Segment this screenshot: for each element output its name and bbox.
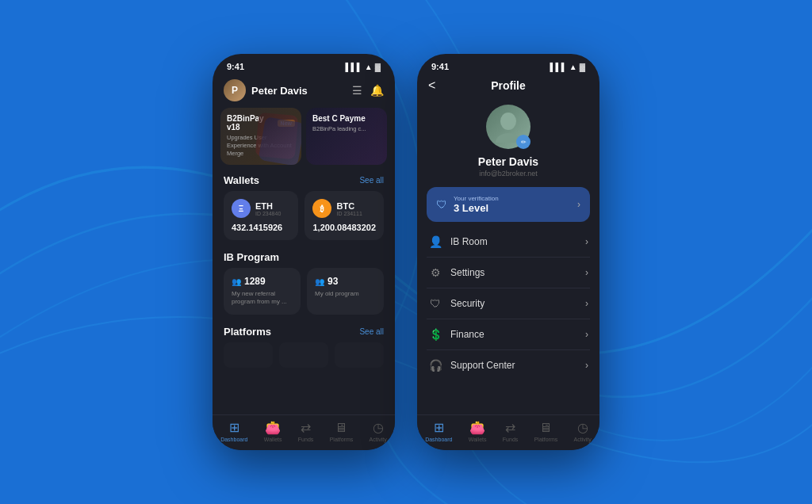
menu-item-security[interactable]: 🛡 Security › [427, 288, 590, 319]
nav-wallets-2[interactable]: 👛 Wallets [469, 420, 487, 442]
profile-section: ✏ Peter Davis info@b2broker.net [417, 98, 599, 187]
dashboard-header: P Peter Davis ☰ 🔔 [213, 74, 395, 108]
settings-icon: ⚙ [428, 266, 442, 279]
shield-verification-icon: 🛡 [436, 198, 447, 211]
banner-title-2: Best C Payme [312, 114, 381, 123]
nav-platforms-2[interactable]: 🖥 Platforms [534, 421, 558, 442]
platforms-nav-label-2: Platforms [534, 437, 558, 442]
menu-item-support-left: 🎧 Support Center [428, 359, 515, 372]
btc-amount: 1,200.08483202 [312, 223, 376, 232]
bell-icon[interactable]: 🔔 [370, 84, 384, 97]
ib-desc-1: My new referral program from my ... [232, 290, 293, 307]
profile-header: < Profile [417, 74, 599, 98]
eth-coin-id: ID 234840 [255, 211, 281, 216]
battery-icon: ▓ [375, 63, 381, 71]
menu-item-finance-left: 💲 Finance [428, 328, 485, 341]
btc-coin-info: BTC ID 234111 [336, 201, 362, 216]
wallet-card-eth[interactable]: Ξ ETH ID 234840 432.1415926 [224, 191, 298, 240]
dashboard-nav-label-2: Dashboard [425, 437, 452, 442]
nav-dashboard-2[interactable]: ⊞ Dashboard [425, 420, 452, 442]
back-button[interactable]: < [428, 78, 435, 93]
eth-coin-info: ETH ID 234840 [255, 201, 281, 216]
phone-profile: 9:41 ▌▌▌ ▲ ▓ < Profile ✏ [417, 54, 599, 450]
menu-item-ib-room[interactable]: 👤 IB Room › [427, 227, 590, 258]
nav-platforms-1[interactable]: 🖥 Platforms [330, 421, 354, 442]
banner-area: B2BinPay v18 New Upgrades User Experienc… [213, 108, 395, 165]
wallets-nav-label-2: Wallets [469, 437, 487, 442]
platforms-title: Platforms [224, 326, 271, 338]
ib-room-chevron-icon: › [585, 236, 588, 247]
settings-label: Settings [450, 267, 485, 278]
ib-room-label: IB Room [450, 236, 488, 247]
ib-count-2: 93 [327, 276, 338, 287]
menu-item-finance[interactable]: 💲 Finance › [427, 319, 590, 350]
dashboard-nav-icon-2: ⊞ [434, 420, 444, 435]
banner-sub-2: B2BinPa leading c... [312, 125, 381, 133]
banner-card-1[interactable]: B2BinPay v18 New Upgrades User Experienc… [220, 108, 301, 165]
signal-bars-icon: ▌▌▌ [346, 63, 362, 71]
battery-icon-2: ▓ [580, 63, 585, 71]
profile-email: info@b2broker.net [479, 170, 538, 178]
ib-card-2[interactable]: 👥 93 My old program [307, 268, 384, 315]
profile-page-title: Profile [491, 79, 526, 92]
verification-card[interactable]: 🛡 Your verification 3 Level › [427, 187, 590, 222]
settings-chevron-icon: › [585, 267, 588, 278]
menu-item-settings[interactable]: ⚙ Settings › [427, 258, 590, 288]
support-icon: 🎧 [428, 359, 442, 372]
platforms-section-header: Platforms See all [213, 323, 395, 342]
avatar-small: P [224, 79, 246, 101]
eth-coin-icon: Ξ [232, 199, 251, 218]
spacer-2 [417, 380, 599, 414]
eth-amount: 432.1415926 [232, 223, 290, 232]
nav-funds-1[interactable]: ⇄ Funds [298, 420, 313, 442]
nav-dashboard-1[interactable]: ⊞ Dashboard [220, 420, 247, 442]
platforms-see-all[interactable]: See all [359, 327, 384, 336]
phones-container: 9:41 ▌▌▌ ▲ ▓ P Peter Davis ☰ 🔔 B2BinPay … [213, 54, 599, 450]
nav-wallets-1[interactable]: 👛 Wallets [264, 420, 282, 442]
ib-title: IB Program [224, 251, 279, 263]
avatar-wrapper: ✏ [486, 105, 530, 149]
wallets-nav-label: Wallets [264, 437, 282, 442]
header-icons: ☰ 🔔 [352, 84, 384, 97]
support-label: Support Center [450, 360, 515, 371]
banner-card-2[interactable]: Best C Payme B2BinPa leading c... [306, 108, 387, 165]
btc-coin-name: BTC [336, 201, 362, 211]
platforms-nav-icon-2: 🖥 [539, 421, 552, 435]
security-icon: 🛡 [428, 297, 442, 310]
nav-activity-2[interactable]: ◷ Activity [574, 420, 592, 442]
nav-funds-2[interactable]: ⇄ Funds [503, 420, 518, 442]
funds-nav-label: Funds [298, 437, 313, 442]
ib-users-icon-2: 👥 [315, 277, 324, 286]
svg-point-0 [500, 113, 516, 130]
wallets-nav-icon: 👛 [265, 420, 281, 435]
menu-list: 👤 IB Room › ⚙ Settings › 🛡 Security › [417, 227, 599, 380]
avatar-edit-button[interactable]: ✏ [516, 135, 530, 149]
wallets-see-all[interactable]: See all [359, 176, 384, 185]
funds-nav-icon-2: ⇄ [505, 420, 515, 435]
activity-nav-icon-2: ◷ [577, 420, 588, 435]
wallet-card-btc[interactable]: ₿ BTC ID 234111 1,200.08483202 [304, 191, 384, 240]
menu-item-ib-room-left: 👤 IB Room [428, 235, 488, 248]
dashboard-nav-icon: ⊞ [229, 420, 239, 435]
status-bar-1: 9:41 ▌▌▌ ▲ ▓ [213, 54, 395, 74]
ib-card-1[interactable]: 👥 1289 My new referral program from my .… [224, 268, 301, 315]
wallets-title: Wallets [224, 174, 259, 186]
menu-item-support[interactable]: 🎧 Support Center › [427, 350, 590, 380]
menu-icon[interactable]: ☰ [352, 84, 362, 97]
platforms-nav-icon: 🖥 [335, 421, 347, 435]
time-2: 9:41 [431, 62, 449, 71]
phone-dashboard: 9:41 ▌▌▌ ▲ ▓ P Peter Davis ☰ 🔔 B2BinPay … [213, 54, 395, 450]
security-label: Security [450, 298, 485, 309]
bottom-nav-2: ⊞ Dashboard 👛 Wallets ⇄ Funds 🖥 Platform… [417, 414, 599, 450]
wifi-icon-2: ▲ [569, 63, 577, 71]
time-1: 9:41 [227, 62, 244, 71]
menu-item-security-left: 🛡 Security [428, 297, 485, 310]
verification-level: 3 Level [454, 202, 499, 214]
nav-activity-1[interactable]: ◷ Activity [370, 420, 387, 442]
menu-item-settings-left: ⚙ Settings [428, 266, 485, 279]
ib-desc-2: My old program [315, 290, 376, 298]
finance-label: Finance [450, 329, 485, 340]
ib-users-icon: 👥 [232, 277, 241, 286]
status-icons-1: ▌▌▌ ▲ ▓ [346, 63, 381, 71]
bottom-nav-1: ⊞ Dashboard 👛 Wallets ⇄ Funds 🖥 Platform… [213, 414, 395, 450]
